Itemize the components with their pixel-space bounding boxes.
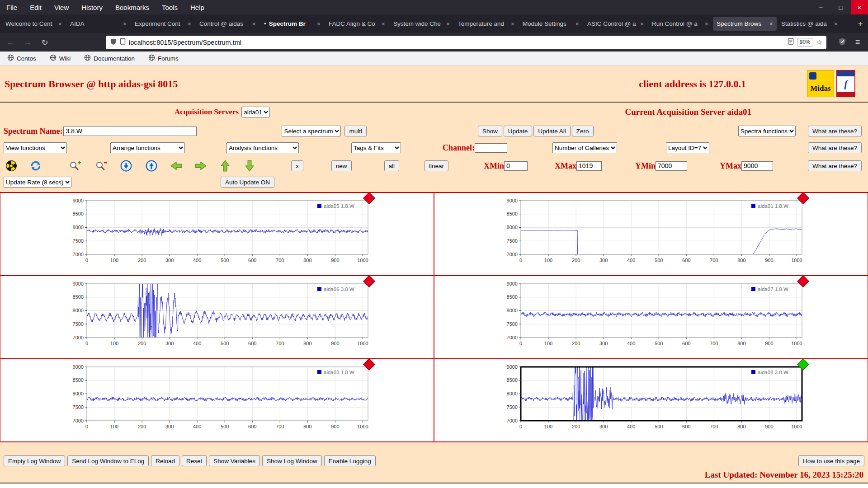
update-all-button[interactable]: Update All [533,126,571,136]
tab-module-settings[interactable]: Module Settings× [519,17,583,31]
show-log-window-button[interactable]: Show Log Window [262,455,322,466]
spectra-functions-dropdown[interactable]: Spectra functions [738,126,796,136]
tab-close-icon[interactable]: × [123,20,127,28]
view-functions-dropdown[interactable]: View functions [4,142,67,153]
new-tab-button[interactable]: + [853,19,868,29]
send-log-window-to-elog-button[interactable]: Send Log Window to ELog [67,455,149,466]
arrow-left-icon[interactable] [170,160,183,171]
arrow-right-icon[interactable] [194,160,207,171]
tab-spectrum-brows[interactable]: Spectrum Brows× [713,17,777,31]
tags-fits-dropdown[interactable]: Tags & Fits [351,142,401,153]
app-menu-icon[interactable]: ≡ [852,38,863,47]
bookmark-documentation[interactable]: Documentation [84,54,135,62]
all-button[interactable]: all [384,160,400,171]
tab-close-icon[interactable]: × [834,20,838,28]
zoom-indicator[interactable]: 90% [797,38,813,47]
scroll-up-circle-icon[interactable] [146,160,157,172]
tab-welcome-to-cent[interactable]: Welcome to Cent× [2,17,66,31]
new-button[interactable]: new [331,160,352,171]
show-variables-button[interactable]: Show Variables [209,455,260,466]
reset-button[interactable]: Reset [182,455,207,466]
tab-fadc-align-co[interactable]: FADC Align & Co× [325,17,389,31]
zero-button[interactable]: Zero [572,126,594,136]
url-bar[interactable]: localhost:8015/Spectrum/Spectrum.tml 90%… [106,36,826,49]
x-button[interactable]: x [291,160,303,171]
multi-button[interactable]: multi [344,126,367,136]
scroll-down-circle-icon[interactable] [120,160,132,172]
tab-close-icon[interactable]: × [446,20,450,28]
tab-experiment-cont[interactable]: Experiment Cont× [131,17,195,31]
select-a-spectrum-dropdown[interactable]: Select a spectrum [282,126,341,136]
tab-asic-control-a[interactable]: ASIC Control @ a× [584,17,647,31]
what-are-these-button-3[interactable]: What are these? [808,160,862,171]
xmin-input[interactable] [504,161,528,171]
close-button[interactable]: × [851,0,868,14]
reload-button[interactable]: Reload [151,455,179,466]
reader-mode-icon[interactable] [788,38,794,47]
bookmark-wiki[interactable]: Wiki [50,54,71,62]
tab-system-wide-che[interactable]: System wide Che× [390,17,453,31]
menu-file[interactable]: File [6,4,17,11]
tab-statistics-aida[interactable]: Statistics @ aida× [778,17,841,31]
spectrum-panel-aida07[interactable]: 7000750080008500900001002003004005006007… [434,276,868,359]
arrow-up-icon[interactable] [219,160,231,171]
channel-input[interactable] [475,143,507,153]
number-of-galleries-dropdown[interactable]: Number of Galleries [552,142,617,153]
empty-log-window-button[interactable]: Empty Log Window [4,455,65,466]
radiation-icon[interactable] [5,160,17,172]
auto-update-button[interactable]: Auto Update ON [221,177,274,188]
spectrum-panel-aida06[interactable]: 7000750080008500900001002003004005006007… [0,276,434,359]
acquisition-server-select[interactable]: aida01 [241,107,270,117]
page-info-icon[interactable] [120,38,126,47]
tab-close-icon[interactable]: × [58,20,62,28]
show-button[interactable]: Show [478,126,502,136]
tab-close-icon[interactable]: × [511,20,514,28]
reload-button[interactable]: ↻ [39,38,51,47]
bookmark-centos[interactable]: Centos [7,54,36,62]
arrow-down-icon[interactable] [243,160,256,171]
ymin-input[interactable] [656,161,687,171]
tab-run-control-a[interactable]: Run Control @ a× [648,17,712,31]
enable-logging-button[interactable]: Enable Logging [324,455,376,466]
tab-spectrum-br[interactable]: •Spectrum Br× [260,17,324,31]
update-button[interactable]: Update [504,126,533,136]
tab-close-icon[interactable]: × [382,20,385,28]
maximize-button[interactable]: □ [831,0,851,14]
what-are-these-button-1[interactable]: What are these? [808,126,862,136]
spectrum-panel-aida01[interactable]: 7000750080008500900001002003004005006007… [434,192,868,276]
menu-history[interactable]: History [81,4,103,11]
menu-bookmarks[interactable]: Bookmarks [115,4,149,11]
tab-close-icon[interactable]: × [705,20,708,28]
menu-view[interactable]: View [54,4,69,11]
spectrum-panel-aida05[interactable]: 7000750080008500900001002003004005006007… [0,192,434,276]
shield-icon[interactable] [110,38,117,47]
menu-edit[interactable]: Edit [30,4,42,11]
spectrum-name-input[interactable] [63,127,197,136]
tab-aida[interactable]: AIDA× [66,17,130,31]
tab-temperature-and[interactable]: Temperature and× [454,17,518,31]
zoom-in-icon[interactable] [69,160,81,172]
spectrum-panel-aida03[interactable]: 7000750080008500900001002003004005006007… [0,359,434,442]
extension-icon[interactable] [838,38,846,47]
tab-close-icon[interactable]: × [188,20,191,28]
tab-control-aidas[interactable]: Control @ aidas× [196,17,259,31]
linear-button[interactable]: linear [425,160,448,171]
bookmark-star-icon[interactable]: ☆ [816,38,822,47]
tab-close-icon[interactable]: × [317,20,321,28]
how-to-use-this-page-button[interactable]: How to use this page [798,455,864,466]
analysis-functions-dropdown[interactable]: Analysis functions [226,142,299,153]
spectrum-panel-aida08[interactable]: 7000750080008500900001002003004005006007… [434,359,868,442]
ymax-input[interactable] [741,161,773,171]
xmax-input[interactable] [576,161,602,171]
what-are-these-button-2[interactable]: What are these? [808,142,862,153]
forward-button[interactable]: → [22,38,33,47]
menu-help[interactable]: Help [190,4,204,11]
refresh-icon[interactable] [30,160,42,172]
arrange-functions-dropdown[interactable]: Arrange functions [110,142,185,153]
layout-id-dropdown[interactable]: Layout ID=7 [666,142,709,153]
back-button[interactable]: ← [5,38,16,47]
tab-close-icon[interactable]: × [640,20,644,28]
zoom-out-icon[interactable] [95,160,108,172]
update-rate-dropdown[interactable]: Update Rate (8 secs) [4,177,71,188]
tab-close-icon[interactable]: × [769,20,773,28]
